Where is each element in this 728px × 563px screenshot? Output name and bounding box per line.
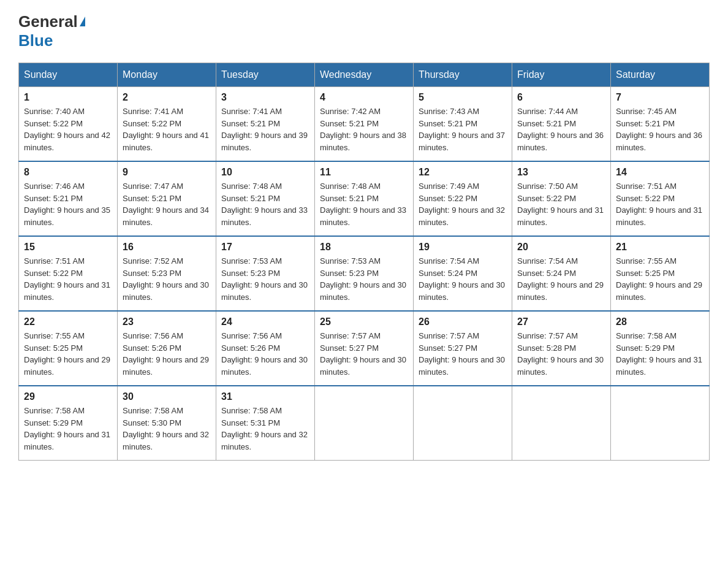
day-number: 20 xyxy=(517,242,605,253)
day-number: 26 xyxy=(419,316,507,327)
calendar-day-cell: 29Sunrise: 7:58 AMSunset: 5:29 PMDayligh… xyxy=(19,386,118,461)
calendar-day-cell: 19Sunrise: 7:54 AMSunset: 5:24 PMDayligh… xyxy=(414,236,512,311)
day-info: Sunrise: 7:56 AMSunset: 5:26 PMDaylight:… xyxy=(123,330,211,378)
day-number: 27 xyxy=(517,316,605,327)
calendar-day-cell: 24Sunrise: 7:56 AMSunset: 5:26 PMDayligh… xyxy=(216,311,315,386)
logo-triangle-icon xyxy=(80,17,85,26)
day-number: 16 xyxy=(123,242,211,253)
day-info: Sunrise: 7:55 AMSunset: 5:25 PMDaylight:… xyxy=(616,255,704,303)
calendar-day-cell xyxy=(512,386,611,461)
calendar-day-cell: 17Sunrise: 7:53 AMSunset: 5:23 PMDayligh… xyxy=(216,236,315,311)
day-info: Sunrise: 7:58 AMSunset: 5:30 PMDaylight:… xyxy=(123,405,211,453)
calendar-day-cell: 30Sunrise: 7:58 AMSunset: 5:30 PMDayligh… xyxy=(118,386,216,461)
day-info: Sunrise: 7:51 AMSunset: 5:22 PMDaylight:… xyxy=(24,255,112,303)
day-info: Sunrise: 7:45 AMSunset: 5:21 PMDaylight:… xyxy=(616,105,704,153)
calendar-day-cell: 16Sunrise: 7:52 AMSunset: 5:23 PMDayligh… xyxy=(118,236,216,311)
day-number: 22 xyxy=(24,316,112,327)
day-number: 24 xyxy=(221,316,309,327)
calendar-day-cell xyxy=(414,386,512,461)
day-info: Sunrise: 7:58 AMSunset: 5:29 PMDaylight:… xyxy=(24,405,112,453)
day-info: Sunrise: 7:44 AMSunset: 5:21 PMDaylight:… xyxy=(517,105,605,153)
calendar-day-cell: 21Sunrise: 7:55 AMSunset: 5:25 PMDayligh… xyxy=(611,236,710,311)
calendar-week-row: 29Sunrise: 7:58 AMSunset: 5:29 PMDayligh… xyxy=(19,386,710,461)
calendar-day-cell: 8Sunrise: 7:46 AMSunset: 5:21 PMDaylight… xyxy=(19,161,118,236)
calendar-week-row: 1Sunrise: 7:40 AMSunset: 5:22 PMDaylight… xyxy=(19,87,710,162)
logo-blue-text: Blue xyxy=(18,31,53,50)
day-number: 13 xyxy=(517,167,605,178)
day-number: 5 xyxy=(419,92,507,103)
calendar-day-cell: 18Sunrise: 7:53 AMSunset: 5:23 PMDayligh… xyxy=(315,236,414,311)
day-of-week-header: Wednesday xyxy=(315,63,414,87)
day-number: 17 xyxy=(221,242,309,253)
day-info: Sunrise: 7:50 AMSunset: 5:22 PMDaylight:… xyxy=(517,180,605,228)
calendar-day-cell: 1Sunrise: 7:40 AMSunset: 5:22 PMDaylight… xyxy=(19,87,118,162)
page-header: General Blue xyxy=(18,12,710,50)
day-number: 7 xyxy=(616,92,704,103)
calendar-day-cell: 9Sunrise: 7:47 AMSunset: 5:21 PMDaylight… xyxy=(118,161,216,236)
calendar-day-cell: 15Sunrise: 7:51 AMSunset: 5:22 PMDayligh… xyxy=(19,236,118,311)
calendar-day-cell: 6Sunrise: 7:44 AMSunset: 5:21 PMDaylight… xyxy=(512,87,611,162)
day-info: Sunrise: 7:48 AMSunset: 5:21 PMDaylight:… xyxy=(320,180,408,228)
day-number: 31 xyxy=(221,391,309,402)
day-info: Sunrise: 7:40 AMSunset: 5:22 PMDaylight:… xyxy=(24,105,112,153)
day-info: Sunrise: 7:57 AMSunset: 5:27 PMDaylight:… xyxy=(419,330,507,378)
day-number: 14 xyxy=(616,167,704,178)
day-number: 29 xyxy=(24,391,112,402)
calendar-day-cell: 2Sunrise: 7:41 AMSunset: 5:22 PMDaylight… xyxy=(118,87,216,162)
calendar-table: SundayMondayTuesdayWednesdayThursdayFrid… xyxy=(18,63,710,461)
day-info: Sunrise: 7:53 AMSunset: 5:23 PMDaylight:… xyxy=(320,255,408,303)
calendar-day-cell: 14Sunrise: 7:51 AMSunset: 5:22 PMDayligh… xyxy=(611,161,710,236)
calendar-day-cell: 11Sunrise: 7:48 AMSunset: 5:21 PMDayligh… xyxy=(315,161,414,236)
day-info: Sunrise: 7:56 AMSunset: 5:26 PMDaylight:… xyxy=(221,330,309,378)
calendar-day-cell: 25Sunrise: 7:57 AMSunset: 5:27 PMDayligh… xyxy=(315,311,414,386)
day-info: Sunrise: 7:57 AMSunset: 5:28 PMDaylight:… xyxy=(517,330,605,378)
day-info: Sunrise: 7:55 AMSunset: 5:25 PMDaylight:… xyxy=(24,330,112,378)
day-number: 19 xyxy=(419,242,507,253)
day-of-week-header: Tuesday xyxy=(216,63,315,87)
calendar-day-cell: 23Sunrise: 7:56 AMSunset: 5:26 PMDayligh… xyxy=(118,311,216,386)
day-info: Sunrise: 7:48 AMSunset: 5:21 PMDaylight:… xyxy=(221,180,309,228)
calendar-week-row: 22Sunrise: 7:55 AMSunset: 5:25 PMDayligh… xyxy=(19,311,710,386)
day-info: Sunrise: 7:46 AMSunset: 5:21 PMDaylight:… xyxy=(24,180,112,228)
day-number: 3 xyxy=(221,92,309,103)
day-number: 6 xyxy=(517,92,605,103)
calendar-header-row: SundayMondayTuesdayWednesdayThursdayFrid… xyxy=(19,63,710,87)
calendar-day-cell: 26Sunrise: 7:57 AMSunset: 5:27 PMDayligh… xyxy=(414,311,512,386)
day-of-week-header: Thursday xyxy=(414,63,512,87)
day-number: 12 xyxy=(419,167,507,178)
calendar-week-row: 15Sunrise: 7:51 AMSunset: 5:22 PMDayligh… xyxy=(19,236,710,311)
day-number: 11 xyxy=(320,167,408,178)
day-info: Sunrise: 7:49 AMSunset: 5:22 PMDaylight:… xyxy=(419,180,507,228)
day-info: Sunrise: 7:57 AMSunset: 5:27 PMDaylight:… xyxy=(320,330,408,378)
day-info: Sunrise: 7:41 AMSunset: 5:22 PMDaylight:… xyxy=(123,105,211,153)
day-number: 2 xyxy=(123,92,211,103)
day-number: 8 xyxy=(24,167,112,178)
day-info: Sunrise: 7:58 AMSunset: 5:31 PMDaylight:… xyxy=(221,405,309,453)
calendar-day-cell: 22Sunrise: 7:55 AMSunset: 5:25 PMDayligh… xyxy=(19,311,118,386)
day-number: 30 xyxy=(123,391,211,402)
day-number: 18 xyxy=(320,242,408,253)
day-number: 10 xyxy=(221,167,309,178)
day-of-week-header: Monday xyxy=(118,63,216,87)
day-info: Sunrise: 7:47 AMSunset: 5:21 PMDaylight:… xyxy=(123,180,211,228)
day-info: Sunrise: 7:54 AMSunset: 5:24 PMDaylight:… xyxy=(419,255,507,303)
day-info: Sunrise: 7:42 AMSunset: 5:21 PMDaylight:… xyxy=(320,105,408,153)
calendar-day-cell: 12Sunrise: 7:49 AMSunset: 5:22 PMDayligh… xyxy=(414,161,512,236)
day-number: 4 xyxy=(320,92,408,103)
day-info: Sunrise: 7:58 AMSunset: 5:29 PMDaylight:… xyxy=(616,330,704,378)
day-of-week-header: Sunday xyxy=(19,63,118,87)
calendar-day-cell: 28Sunrise: 7:58 AMSunset: 5:29 PMDayligh… xyxy=(611,311,710,386)
calendar-day-cell: 13Sunrise: 7:50 AMSunset: 5:22 PMDayligh… xyxy=(512,161,611,236)
day-info: Sunrise: 7:54 AMSunset: 5:24 PMDaylight:… xyxy=(517,255,605,303)
calendar-day-cell: 7Sunrise: 7:45 AMSunset: 5:21 PMDaylight… xyxy=(611,87,710,162)
logo: General Blue xyxy=(18,12,85,50)
day-info: Sunrise: 7:43 AMSunset: 5:21 PMDaylight:… xyxy=(419,105,507,153)
calendar-day-cell xyxy=(315,386,414,461)
calendar-day-cell: 5Sunrise: 7:43 AMSunset: 5:21 PMDaylight… xyxy=(414,87,512,162)
calendar-day-cell: 10Sunrise: 7:48 AMSunset: 5:21 PMDayligh… xyxy=(216,161,315,236)
day-info: Sunrise: 7:53 AMSunset: 5:23 PMDaylight:… xyxy=(221,255,309,303)
day-of-week-header: Saturday xyxy=(611,63,710,87)
calendar-day-cell xyxy=(611,386,710,461)
calendar-day-cell: 27Sunrise: 7:57 AMSunset: 5:28 PMDayligh… xyxy=(512,311,611,386)
day-number: 1 xyxy=(24,92,112,103)
